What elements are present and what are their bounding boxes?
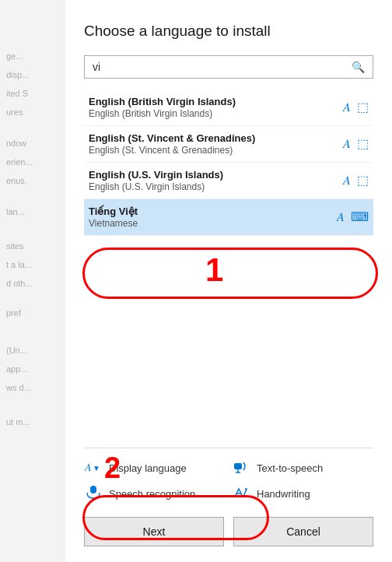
bleed-text-15: ws d...	[0, 378, 65, 397]
svg-text:▼: ▼	[93, 464, 100, 472]
lang-text: English (St. Vincent & Grenadines) Engli…	[89, 132, 343, 156]
svg-rect-2	[234, 463, 242, 469]
next-button[interactable]: Next	[84, 517, 224, 546]
feature-label: Speech recognition	[109, 488, 195, 500]
lang-name-vietnamese: Tiếng Việt	[89, 205, 337, 217]
bleed-text-1: ge...	[0, 47, 65, 65]
export-icon: ⬚	[357, 136, 369, 151]
feature-tts: Text-to-speech	[232, 459, 373, 477]
search-input[interactable]	[85, 56, 344, 78]
lang-native: English (British Virgin Islands)	[89, 108, 343, 119]
list-item[interactable]: English (British Virgin Islands) English…	[84, 90, 373, 126]
bleed-text-14: app...	[0, 360, 65, 378]
bleed-text-8: lan...	[0, 202, 65, 221]
list-item[interactable]: English (U.S. Virgin Islands) English (U…	[84, 163, 373, 199]
cancel-button[interactable]: Cancel	[233, 517, 373, 546]
speech-icon	[84, 485, 103, 503]
font-icon: 𝐴	[337, 210, 345, 224]
features-section: 𝐴 ▼ Display language Text-to-speech	[84, 448, 373, 503]
lang-icons: 𝐴 ⬚	[343, 136, 369, 151]
lang-text: Tiếng Việt Vietnamese	[89, 205, 337, 229]
dialog-title: Choose a language to install	[84, 22, 373, 41]
export-icon: ⬚	[357, 100, 369, 114]
lang-text: English (British Virgin Islands) English…	[89, 96, 343, 119]
lang-native: English (St. Vincent & Grenadines)	[89, 145, 343, 156]
bleed-text-9: sites	[0, 237, 65, 255]
bleed-text-11: d oth...	[0, 274, 65, 293]
buttons-row: Next Cancel	[84, 517, 373, 546]
svg-rect-5	[90, 486, 96, 494]
lang-text: English (U.S. Virgin Islands) English (U…	[89, 169, 343, 192]
lang-name: English (U.S. Virgin Islands)	[89, 169, 343, 181]
feature-label: Text-to-speech	[257, 462, 323, 474]
list-item-selected[interactable]: Tiếng Việt Vietnamese 𝐴 ⌨	[84, 199, 373, 236]
lang-icons: 𝐴 ⬚	[343, 173, 369, 188]
keyboard-icon: ⌨	[351, 209, 369, 224]
lang-name: English (St. Vincent & Grenadines)	[89, 132, 343, 144]
lang-native: English (U.S. Virgin Islands)	[89, 181, 343, 192]
bleed-text-13: (Un...	[0, 341, 65, 360]
search-icon: 🔍	[344, 56, 373, 78]
export-icon: ⬚	[357, 173, 369, 188]
feature-speech: Speech recognition	[84, 485, 226, 503]
lang-icons: 𝐴 ⌨	[337, 209, 369, 224]
list-item[interactable]: English (St. Vincent & Grenadines) Engli…	[84, 126, 373, 163]
lang-native-vietnamese: Vietnamese	[89, 218, 337, 229]
lang-icons: 𝐴 ⬚	[343, 100, 369, 114]
font-icon: 𝐴	[343, 137, 351, 151]
feature-display-language: 𝐴 ▼ Display language	[84, 459, 226, 477]
language-list: English (British Virgin Islands) English…	[84, 90, 373, 437]
bleed-text-7: enus,	[0, 171, 65, 190]
left-bleed: ge... disp... ited S ures ndow erien... …	[0, 0, 65, 562]
handwriting-icon	[232, 485, 250, 503]
svg-text:𝐴: 𝐴	[85, 462, 92, 473]
lang-name: English (British Virgin Islands)	[89, 96, 343, 107]
bleed-text-10: t a la...	[0, 255, 65, 274]
bleed-text-2: disp...	[0, 65, 65, 84]
bleed-text-16: ut m...	[0, 413, 65, 431]
bleed-text-6: erien...	[0, 153, 65, 171]
display-language-icon: 𝐴 ▼	[84, 459, 103, 477]
font-icon: 𝐴	[343, 174, 351, 188]
tts-icon	[232, 459, 250, 477]
bleed-text-12: pref	[0, 304, 65, 322]
bleed-text-3: ited S	[0, 84, 65, 103]
font-icon: 𝐴	[343, 100, 351, 114]
bleed-text-5: ndow	[0, 134, 65, 153]
features-grid: 𝐴 ▼ Display language Text-to-speech	[84, 459, 373, 503]
search-bar[interactable]: 🔍	[84, 55, 373, 79]
bleed-text-4: ures	[0, 103, 65, 121]
feature-label: Display language	[109, 462, 187, 474]
feature-handwriting: Handwriting	[232, 485, 373, 503]
language-install-dialog: Choose a language to install 🔍 English (…	[65, 0, 392, 562]
feature-label: Handwriting	[257, 488, 310, 500]
